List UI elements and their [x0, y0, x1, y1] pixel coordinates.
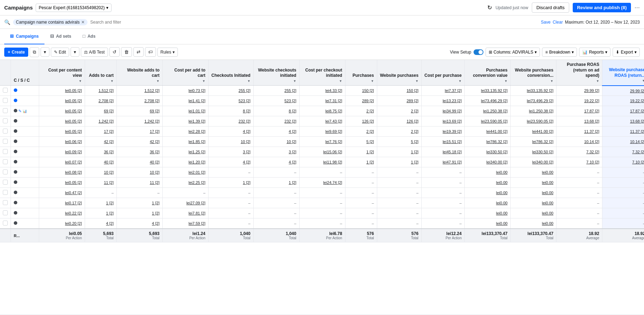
cell-website_purchase_roas: 29.99 [2] [602, 86, 644, 96]
breakdown-button[interactable]: ≡ Breakdown ▾ [542, 48, 577, 57]
delete-button[interactable]: 🗑 [121, 47, 132, 57]
cell-cost_add_to_cart: lei1.25 [2] [163, 147, 209, 157]
cell-cost_content_view: lei0.17 [2] [39, 198, 85, 208]
status-dot [14, 88, 17, 92]
th-cost-add-to-cart[interactable]: Cost per add to cart ▼ [163, 60, 209, 86]
row-status [11, 167, 39, 178]
th-website-purchases[interactable]: Website purchases ▼ [377, 60, 421, 86]
cell-cost_per_purchase: – [421, 167, 464, 178]
review-publish-button[interactable]: Review and publish (8) [573, 3, 631, 12]
cell-cost_checkout_initiated: lei7.76 [2] [299, 137, 345, 147]
row-checkbox[interactable] [3, 139, 8, 144]
search-input[interactable] [90, 20, 143, 25]
cell-checkouts_initiated: 10 [2] [209, 137, 254, 147]
row-checkbox[interactable] [3, 88, 8, 93]
move-button[interactable]: ⇄ [133, 47, 144, 57]
tab-ads[interactable]: □ Ads [77, 29, 101, 44]
refresh-icon[interactable]: ↻ [487, 4, 492, 11]
row-checkbox[interactable] [3, 108, 8, 113]
edit-button[interactable]: ✎ Edit [51, 48, 69, 57]
cell-website_purchases_conversion: lei0.00 [511, 167, 556, 178]
row-checkbox[interactable] [3, 149, 8, 154]
cell-website_purchase_roas: – [602, 198, 644, 208]
row-checkbox[interactable] [3, 190, 8, 195]
filter-close-icon[interactable]: ✕ [81, 20, 85, 25]
sort-icon: ▼ [642, 79, 644, 83]
cell-cost_checkout_initiated: – [299, 218, 345, 229]
clear-filter-button[interactable]: Clear [553, 20, 563, 25]
cell-website_adds_to_cart: 2,708 [2] [117, 96, 163, 106]
columns-button[interactable]: ⊞ Columns: ADVIRALS ▾ [486, 48, 540, 57]
row-checkbox[interactable] [3, 98, 8, 103]
status-dot [14, 221, 17, 225]
discard-drafts-button[interactable]: Discard drafts [532, 2, 569, 13]
row-status [11, 198, 39, 208]
reports-button[interactable]: 📊 Reports ▾ [579, 48, 610, 57]
adsets-tab-label: Ad sets [56, 34, 71, 39]
row-checkbox[interactable] [3, 180, 8, 185]
view-setup-toggle[interactable] [474, 49, 483, 55]
cell-cost_checkout_initiated: – [299, 167, 345, 178]
save-filter-button[interactable]: Save [541, 20, 550, 25]
th-checkouts-initiated[interactable]: Checkouts Initiated ▼ [209, 60, 254, 86]
row-status [11, 147, 39, 157]
breakdown-label: Breakdown [549, 50, 570, 55]
cell-purchases: – [345, 208, 377, 218]
th-website-adds-to-cart[interactable]: Website adds to cart ▼ [117, 60, 163, 86]
cell-purchases_conversion_value: lei33,135.92 [2] [465, 86, 511, 96]
tag-button[interactable]: 🏷 [145, 47, 156, 57]
cell-website_checkouts_initiated: – [253, 218, 299, 229]
rules-button[interactable]: Rules ▾ [157, 48, 178, 57]
edit-row-icon[interactable]: ✎ [18, 109, 22, 113]
export-button[interactable]: ⬇ Export ▾ [613, 48, 640, 57]
cell-website_purchases: – [377, 208, 421, 218]
row-checkbox[interactable] [3, 118, 8, 123]
th-purchase-roas[interactable]: Purchase ROAS (return on ad spend) ▼ [556, 60, 602, 86]
th-cost-checkout-initiated[interactable]: Cost per checkout initiated ▼ [299, 60, 345, 86]
chart-icon[interactable]: 📊 [23, 109, 27, 113]
undo-button[interactable]: ↺ [109, 47, 120, 57]
ab-icon: ⚖ [84, 50, 88, 55]
cell-purchases: – [345, 188, 377, 198]
th-website-purchases-conversion[interactable]: Website purchases conversion... ▼ [511, 60, 556, 86]
row-status [11, 126, 39, 137]
duplicate-button[interactable]: ⧉ [30, 47, 39, 57]
cell-purchases_conversion_value: lei1,250.38 [2] [465, 106, 511, 116]
edit-dropdown-button[interactable]: ▾ [71, 47, 79, 57]
tab-adsets[interactable]: ⊟ Ad sets [44, 29, 77, 44]
tab-campaigns[interactable]: ⊞ Campaigns [4, 29, 44, 44]
cell-website_purchase_roas: 7.32 [2] [602, 147, 644, 157]
cell-cost_content_view: lei0.05 [2] [39, 86, 85, 96]
row-checkbox[interactable] [3, 210, 8, 215]
ab-test-button[interactable]: ⚖ A/B Test [81, 48, 108, 57]
status-dot [14, 129, 17, 133]
row-status [11, 178, 39, 188]
cell-website_purchase_roas: 10.14 [2] [602, 137, 644, 147]
create-button[interactable]: + Create [4, 48, 28, 57]
table-row: lei0.47 [2]–––––––––lei0.00lei0.00–– [0, 188, 644, 198]
more-options-icon[interactable]: ··· [634, 4, 640, 11]
table-row: ✎ 📊lei0.05 [2]69 [2]69 [2]lei1.01 [2]8 [… [0, 106, 644, 116]
duplicate-arrow-button[interactable]: ▾ [41, 47, 49, 57]
updated-text: Updated just now [495, 5, 528, 10]
th-purchases-conversion-value[interactable]: Purchases conversion value ▼ [465, 60, 511, 86]
cell-website_checkouts_initiated: – [253, 167, 299, 178]
row-checkbox[interactable] [3, 129, 8, 134]
th-website-purchase-roas[interactable]: Website purchase ROAS (return... ▼ [602, 60, 644, 86]
th-adds-to-cart[interactable]: Adds to cart ▼ [85, 60, 117, 86]
row-checkbox[interactable] [3, 159, 8, 164]
th-cost-content-view[interactable]: Cost per content view ▼ [39, 60, 85, 86]
th-cost-per-purchase[interactable]: Cost per purchase ▼ [421, 60, 464, 86]
cell-checkouts_initiated: 1 [2] [209, 178, 254, 188]
cell-cost_per_purchase: – [421, 208, 464, 218]
row-checkbox[interactable] [3, 221, 8, 226]
row-checkbox[interactable] [3, 200, 8, 205]
cell-adds_to_cart: 17 [2] [85, 126, 117, 137]
th-purchases[interactable]: Purchases ▼ [345, 60, 377, 86]
th-website-checkouts-initiated[interactable]: Website checkouts initiated ▼ [253, 60, 299, 86]
account-selector[interactable]: Pescar Expert (616815345498202) ▾ [36, 4, 112, 12]
table-row: lei0.05 [2]17 [2]17 [2]lei2.28 [2]4 [2]4… [0, 126, 644, 137]
cell-purchases_conversion_value: lei73,496.29 [2] [465, 96, 511, 106]
row-checkbox[interactable] [3, 169, 8, 174]
cell-purchase_roas: – [556, 208, 602, 218]
